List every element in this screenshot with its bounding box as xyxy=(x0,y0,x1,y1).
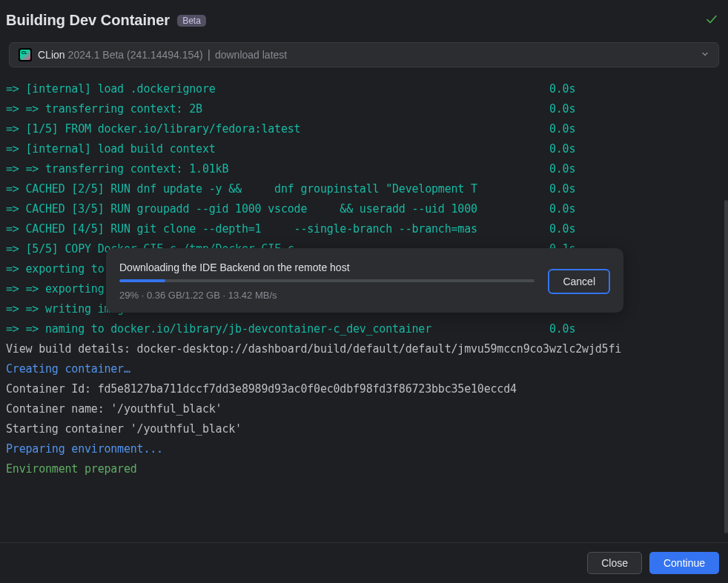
log-line: Environment prepared xyxy=(6,459,721,479)
dialog-header: Building Dev Container Beta xyxy=(0,0,728,35)
log-line: => CACHED [3/5] RUN groupadd --gid 1000 … xyxy=(6,199,721,219)
scrollbar[interactable] xyxy=(724,200,728,533)
log-line: View build details: docker-desktop://das… xyxy=(6,339,721,359)
ide-version: 2024.1 Beta (241.14494.154) xyxy=(68,49,203,61)
progress-bar-fill xyxy=(119,279,165,282)
progress-title: Downloading the IDE Backend on the remot… xyxy=(119,261,535,273)
progress-bar xyxy=(119,279,535,282)
progress-stats: 29% · 0.36 GB/1.22 GB · 13.42 MB/s xyxy=(119,290,535,301)
close-button[interactable]: Close xyxy=(587,552,642,574)
continue-button[interactable]: Continue xyxy=(649,552,719,574)
cancel-button[interactable]: Cancel xyxy=(548,269,610,294)
log-line: Creating container… xyxy=(6,359,721,379)
chevron-down-icon xyxy=(701,48,709,61)
log-line: => CACHED [4/5] RUN git clone --depth=1 … xyxy=(6,219,721,239)
log-line: => => naming to docker.io/library/jb-dev… xyxy=(6,319,721,339)
log-line: Container name: '/youthful_black' xyxy=(6,399,721,419)
download-latest-link[interactable]: download latest xyxy=(215,49,287,61)
log-line: => => transferring context: 2B 0.0s xyxy=(6,99,721,119)
ide-name: CLion xyxy=(38,49,65,61)
log-line: Starting container '/youthful_black' xyxy=(6,419,721,439)
dialog-footer: Close Continue xyxy=(0,542,728,583)
download-progress-dialog: Downloading the IDE Backend on the remot… xyxy=(106,248,623,313)
log-line: Container Id: fd5e8127ba711dccf7dd3e8989… xyxy=(6,379,721,399)
ide-backend-select[interactable]: CL CLion 2024.1 Beta (241.14494.154) | d… xyxy=(9,42,719,67)
check-icon xyxy=(706,13,718,28)
dialog-title: Building Dev Container xyxy=(6,12,170,29)
log-line: => [internal] load build context 0.0s xyxy=(6,139,721,159)
beta-badge: Beta xyxy=(177,15,206,27)
clion-icon: CL xyxy=(19,48,32,61)
log-line: => [1/5] FROM docker.io/library/fedora:l… xyxy=(6,119,721,139)
log-line: => CACHED [2/5] RUN dnf update -y && dnf… xyxy=(6,179,721,199)
log-line: => => transferring context: 1.01kB 0.0s xyxy=(6,159,721,179)
log-line: => [internal] load .dockerignore 0.0s xyxy=(6,79,721,99)
log-line: Preparing environment... xyxy=(6,439,721,459)
